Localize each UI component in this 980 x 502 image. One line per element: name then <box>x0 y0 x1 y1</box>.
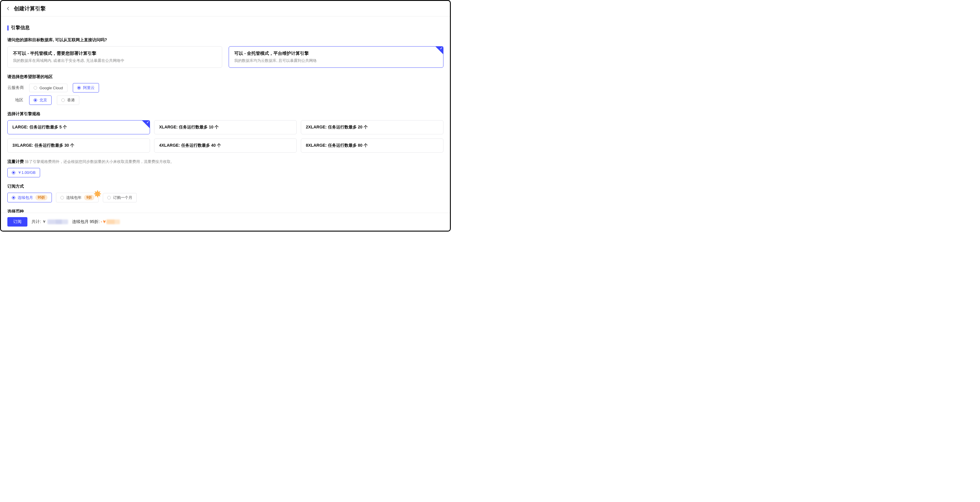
spec-card-label: LARGE: 任务运行数最多 5 个 <box>13 125 67 129</box>
spec-card-label: 8XLARGE: 任务运行数最多 80 个 <box>306 143 368 148</box>
total-amount-redacted <box>48 219 68 224</box>
discount-badge: 9折 <box>84 195 94 200</box>
page-title: 创建计算引擎 <box>14 5 46 12</box>
spec-card-label: 4XLARGE: 任务运行数最多 40 个 <box>159 143 221 148</box>
region-row: 地区 北京 香港 <box>7 95 444 105</box>
mode-card-desc: 我的数据库在局域网内, 或者出于安全考虑, 无法暴露在公共网络中 <box>13 58 216 64</box>
sub-option-yearly[interactable]: 连续包年 9折 <box>56 193 99 202</box>
sub-option-monthly[interactable]: 连续包月 95折 <box>7 193 52 202</box>
discount-amount-redacted <box>107 219 120 224</box>
back-icon[interactable] <box>6 6 11 11</box>
spec-card-large[interactable]: LARGE: 任务运行数最多 5 个 <box>7 120 150 134</box>
provider-label: 云服务商 <box>7 85 24 91</box>
svg-marker-0 <box>94 190 101 197</box>
traffic-desc-text: 除了引擎规格费用外，还会根据您同步数据量的大小来收取流量费用，流量费按月收取。 <box>25 159 175 164</box>
radio-dot-icon <box>33 98 37 102</box>
app-frame: 创建计算引擎 引擎信息 请问您的源和目标数据库, 可以从互联网上直接访问吗? 不… <box>0 0 451 232</box>
subscription-row: 连续包月 95折 连续包年 9折 订购一个月 <box>7 193 444 202</box>
region-option-hongkong[interactable]: 香港 <box>57 95 79 105</box>
region-section-label: 请选择您希望部署的地区 <box>7 74 444 79</box>
spec-card-4xlarge[interactable]: 4XLARGE: 任务运行数最多 40 个 <box>154 138 297 153</box>
section-heading-engine-info: 引擎信息 <box>7 25 444 31</box>
provider-option-label: 阿里云 <box>83 85 95 91</box>
sub-option-one-month[interactable]: 订购一个月 <box>103 193 137 202</box>
spec-card-2xlarge[interactable]: 2XLARGE: 任务运行数最多 20 个 <box>301 120 444 134</box>
total-label-text: 共计: ￥ <box>32 219 46 224</box>
traffic-row: ￥1.00/GB <box>7 168 444 177</box>
region-label: 地区 <box>15 97 24 103</box>
total-label: 共计: ￥ <box>32 219 68 224</box>
radio-dot-icon <box>12 196 15 199</box>
discount-label-text: 连续包月 95折: <box>72 219 100 224</box>
traffic-label-text: 流量计费 <box>7 159 24 164</box>
section-heading-label: 引擎信息 <box>11 25 30 31</box>
radio-dot-icon <box>12 171 15 175</box>
spec-card-label: 3XLARGE: 任务运行数最多 30 个 <box>13 143 74 148</box>
region-option-label: 北京 <box>40 97 47 103</box>
subscription-section-label: 订阅方式 <box>7 184 444 189</box>
radio-dot-icon <box>60 196 64 199</box>
page-header: 创建计算引擎 <box>1 1 450 16</box>
footer-bar: 订阅 共计: ￥ 连续包月 95折: -￥ <box>1 213 450 231</box>
spec-card-label: 2XLARGE: 任务运行数最多 20 个 <box>306 125 368 129</box>
sub-option-label: 订购一个月 <box>113 195 132 200</box>
spec-section-label: 选择计算引擎规格 <box>7 111 444 117</box>
mode-card-title: 可以 - 全托管模式，平台维护计算引擎 <box>234 51 438 56</box>
spec-card-xlarge[interactable]: XLARGE: 任务运行数最多 10 个 <box>154 120 297 134</box>
sub-option-label: 连续包年 <box>66 195 82 200</box>
radio-dot-icon <box>77 86 81 89</box>
spec-card-8xlarge[interactable]: 8XLARGE: 任务运行数最多 80 个 <box>301 138 444 153</box>
spec-grid: LARGE: 任务运行数最多 5 个 XLARGE: 任务运行数最多 10 个 … <box>7 120 444 153</box>
radio-dot-icon <box>33 86 37 89</box>
discount-summary: 连续包月 95折: -￥ <box>72 219 120 224</box>
selected-check-icon <box>142 121 150 128</box>
traffic-option-label: ￥1.00/GB <box>18 170 36 175</box>
selected-check-icon <box>436 46 443 54</box>
radio-dot-icon <box>107 196 111 199</box>
mode-card-desc: 我的数据库均为云数据库, 且可以暴露到公共网络 <box>234 58 438 64</box>
spec-card-label: XLARGE: 任务运行数最多 10 个 <box>159 125 219 129</box>
traffic-section-label: 流量计费 除了引擎规格费用外，还会根据您同步数据量的大小来收取流量费用，流量费按… <box>7 159 444 164</box>
discount-badge: 95折 <box>35 195 48 200</box>
region-option-beijing[interactable]: 北京 <box>29 95 52 105</box>
hot-badge-icon <box>94 190 101 198</box>
mode-card-group: 不可以 - 半托管模式，需要您部署计算引擎 我的数据库在局域网内, 或者出于安全… <box>7 46 444 68</box>
traffic-option-per-gb[interactable]: ￥1.00/GB <box>7 168 40 177</box>
discount-neg-prefix: -￥ <box>101 219 107 224</box>
region-option-label: 香港 <box>67 97 75 103</box>
mode-card-self-hosted[interactable]: 不可以 - 半托管模式，需要您部署计算引擎 我的数据库在局域网内, 或者出于安全… <box>7 46 222 68</box>
content-area: 引擎信息 请问您的源和目标数据库, 可以从互联网上直接访问吗? 不可以 - 半托… <box>1 16 450 232</box>
spec-card-3xlarge[interactable]: 3XLARGE: 任务运行数最多 30 个 <box>7 138 150 153</box>
radio-dot-icon <box>61 98 65 102</box>
provider-option-label: Google Cloud <box>40 86 63 90</box>
provider-row: 云服务商 Google Cloud 阿里云 <box>7 83 444 92</box>
mode-card-fully-managed[interactable]: 可以 - 全托管模式，平台维护计算引擎 我的数据库均为云数据库, 且可以暴露到公… <box>229 46 444 68</box>
access-question-label: 请问您的源和目标数据库, 可以从互联网上直接访问吗? <box>7 37 444 43</box>
subscribe-button[interactable]: 订阅 <box>7 217 27 227</box>
provider-option-google-cloud[interactable]: Google Cloud <box>29 84 67 92</box>
mode-card-title: 不可以 - 半托管模式，需要您部署计算引擎 <box>13 51 216 56</box>
sub-option-label: 连续包月 <box>18 195 33 200</box>
provider-option-aliyun[interactable]: 阿里云 <box>73 83 99 92</box>
